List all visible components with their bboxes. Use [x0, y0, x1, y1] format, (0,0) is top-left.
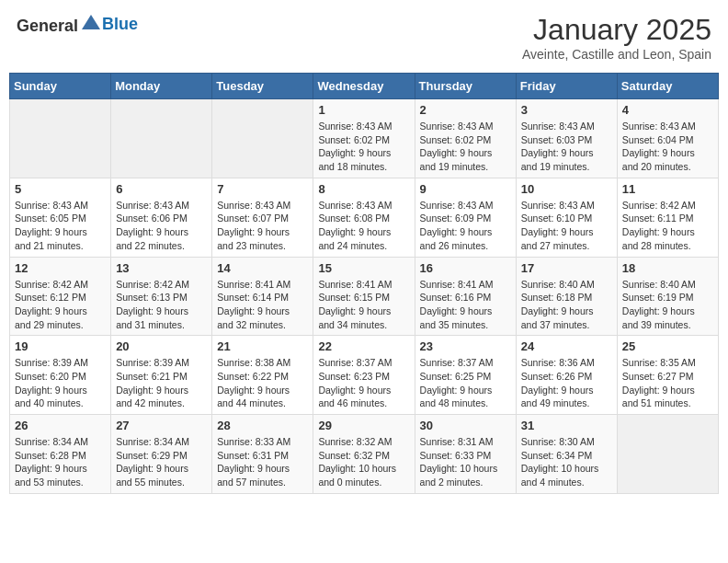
calendar-cell: 9Sunrise: 8:43 AM Sunset: 6:09 PM Daylig…	[415, 178, 516, 257]
logo: General Blue	[17, 13, 138, 36]
day-number: 27	[116, 419, 207, 432]
calendar-cell: 3Sunrise: 8:43 AM Sunset: 6:03 PM Daylig…	[516, 99, 617, 178]
day-info: Sunrise: 8:30 AM Sunset: 6:34 PM Dayligh…	[521, 435, 612, 489]
calendar-cell	[10, 99, 111, 178]
day-info: Sunrise: 8:43 AM Sunset: 6:02 PM Dayligh…	[318, 120, 409, 174]
day-number: 25	[622, 339, 713, 353]
day-of-week-header: Tuesday	[212, 74, 313, 99]
day-info: Sunrise: 8:43 AM Sunset: 6:04 PM Dayligh…	[622, 120, 713, 174]
day-info: Sunrise: 8:43 AM Sunset: 6:07 PM Dayligh…	[217, 199, 308, 253]
day-number: 3	[521, 103, 612, 117]
day-number: 11	[622, 182, 713, 196]
calendar-cell: 31Sunrise: 8:30 AM Sunset: 6:34 PM Dayli…	[516, 415, 617, 494]
day-info: Sunrise: 8:40 AM Sunset: 6:18 PM Dayligh…	[521, 278, 612, 332]
day-info: Sunrise: 8:37 AM Sunset: 6:25 PM Dayligh…	[420, 356, 511, 410]
day-info: Sunrise: 8:39 AM Sunset: 6:21 PM Dayligh…	[116, 356, 207, 410]
day-number: 8	[318, 182, 409, 196]
calendar-cell: 6Sunrise: 8:43 AM Sunset: 6:06 PM Daylig…	[111, 178, 212, 257]
day-info: Sunrise: 8:42 AM Sunset: 6:12 PM Dayligh…	[15, 278, 106, 332]
day-number: 9	[420, 182, 511, 196]
day-info: Sunrise: 8:40 AM Sunset: 6:19 PM Dayligh…	[622, 278, 713, 332]
calendar-cell	[111, 99, 212, 178]
calendar-cell: 12Sunrise: 8:42 AM Sunset: 6:12 PM Dayli…	[10, 257, 111, 336]
calendar-cell: 20Sunrise: 8:39 AM Sunset: 6:21 PM Dayli…	[111, 336, 212, 415]
calendar-cell: 5Sunrise: 8:43 AM Sunset: 6:05 PM Daylig…	[10, 178, 111, 257]
day-number: 10	[521, 182, 612, 196]
day-number: 7	[217, 182, 308, 196]
calendar-cell: 21Sunrise: 8:38 AM Sunset: 6:22 PM Dayli…	[212, 336, 313, 415]
day-number: 15	[318, 261, 409, 275]
day-number: 20	[116, 339, 207, 353]
calendar-cell: 30Sunrise: 8:31 AM Sunset: 6:33 PM Dayli…	[415, 415, 516, 494]
calendar-cell: 7Sunrise: 8:43 AM Sunset: 6:07 PM Daylig…	[212, 178, 313, 257]
day-info: Sunrise: 8:35 AM Sunset: 6:27 PM Dayligh…	[622, 356, 713, 410]
day-info: Sunrise: 8:31 AM Sunset: 6:33 PM Dayligh…	[420, 435, 511, 489]
day-info: Sunrise: 8:32 AM Sunset: 6:32 PM Dayligh…	[318, 435, 409, 489]
calendar-header-row: SundayMondayTuesdayWednesdayThursdayFrid…	[10, 74, 719, 99]
calendar-cell: 27Sunrise: 8:34 AM Sunset: 6:29 PM Dayli…	[111, 415, 212, 494]
day-number: 31	[521, 419, 612, 432]
calendar-cell: 2Sunrise: 8:43 AM Sunset: 6:02 PM Daylig…	[415, 99, 516, 178]
calendar-week-row: 19Sunrise: 8:39 AM Sunset: 6:20 PM Dayli…	[10, 336, 719, 415]
calendar-cell: 13Sunrise: 8:42 AM Sunset: 6:13 PM Dayli…	[111, 257, 212, 336]
day-info: Sunrise: 8:33 AM Sunset: 6:31 PM Dayligh…	[217, 435, 308, 489]
calendar-week-row: 5Sunrise: 8:43 AM Sunset: 6:05 PM Daylig…	[10, 178, 719, 257]
logo-icon	[80, 13, 102, 31]
day-info: Sunrise: 8:38 AM Sunset: 6:22 PM Dayligh…	[217, 356, 308, 410]
calendar-table: SundayMondayTuesdayWednesdayThursdayFrid…	[9, 73, 719, 494]
day-info: Sunrise: 8:34 AM Sunset: 6:28 PM Dayligh…	[15, 435, 106, 489]
logo-text-general: General	[17, 17, 78, 35]
calendar-cell: 19Sunrise: 8:39 AM Sunset: 6:20 PM Dayli…	[10, 336, 111, 415]
calendar-cell: 4Sunrise: 8:43 AM Sunset: 6:04 PM Daylig…	[617, 99, 718, 178]
logo-text-blue: Blue	[102, 15, 138, 33]
calendar-cell: 25Sunrise: 8:35 AM Sunset: 6:27 PM Dayli…	[617, 336, 718, 415]
day-of-week-header: Friday	[516, 74, 617, 99]
day-info: Sunrise: 8:43 AM Sunset: 6:03 PM Dayligh…	[521, 120, 612, 174]
day-info: Sunrise: 8:42 AM Sunset: 6:13 PM Dayligh…	[116, 278, 207, 332]
day-number: 5	[15, 182, 106, 196]
day-number: 2	[420, 103, 511, 117]
calendar-cell: 10Sunrise: 8:43 AM Sunset: 6:10 PM Dayli…	[516, 178, 617, 257]
calendar-week-row: 12Sunrise: 8:42 AM Sunset: 6:12 PM Dayli…	[10, 257, 719, 336]
day-number: 18	[622, 261, 713, 275]
month-year-title: January 2025	[522, 13, 711, 47]
calendar-cell: 11Sunrise: 8:42 AM Sunset: 6:11 PM Dayli…	[617, 178, 718, 257]
calendar-cell: 1Sunrise: 8:43 AM Sunset: 6:02 PM Daylig…	[313, 99, 415, 178]
day-info: Sunrise: 8:41 AM Sunset: 6:15 PM Dayligh…	[318, 278, 409, 332]
calendar-cell	[617, 415, 718, 494]
day-number: 24	[521, 339, 612, 353]
day-info: Sunrise: 8:43 AM Sunset: 6:10 PM Dayligh…	[521, 199, 612, 253]
day-number: 29	[318, 419, 409, 432]
calendar-cell: 22Sunrise: 8:37 AM Sunset: 6:23 PM Dayli…	[313, 336, 415, 415]
calendar-cell	[212, 99, 313, 178]
day-of-week-header: Saturday	[617, 74, 718, 99]
day-info: Sunrise: 8:43 AM Sunset: 6:06 PM Dayligh…	[116, 199, 207, 253]
calendar-cell: 14Sunrise: 8:41 AM Sunset: 6:14 PM Dayli…	[212, 257, 313, 336]
day-info: Sunrise: 8:43 AM Sunset: 6:09 PM Dayligh…	[420, 199, 511, 253]
day-number: 16	[420, 261, 511, 275]
calendar-cell: 28Sunrise: 8:33 AM Sunset: 6:31 PM Dayli…	[212, 415, 313, 494]
day-number: 26	[15, 419, 106, 432]
calendar-cell: 15Sunrise: 8:41 AM Sunset: 6:15 PM Dayli…	[313, 257, 415, 336]
day-number: 30	[420, 419, 511, 432]
calendar-cell: 8Sunrise: 8:43 AM Sunset: 6:08 PM Daylig…	[313, 178, 415, 257]
day-info: Sunrise: 8:34 AM Sunset: 6:29 PM Dayligh…	[116, 435, 207, 489]
location-subtitle: Aveinte, Castille and Leon, Spain	[522, 47, 711, 62]
page-header: General Blue January 2025 Aveinte, Casti…	[9, 9, 719, 65]
day-info: Sunrise: 8:41 AM Sunset: 6:16 PM Dayligh…	[420, 278, 511, 332]
calendar-cell: 26Sunrise: 8:34 AM Sunset: 6:28 PM Dayli…	[10, 415, 111, 494]
day-info: Sunrise: 8:42 AM Sunset: 6:11 PM Dayligh…	[622, 199, 713, 253]
day-of-week-header: Monday	[111, 74, 212, 99]
day-number: 23	[420, 339, 511, 353]
day-number: 12	[15, 261, 106, 275]
svg-marker-0	[82, 15, 100, 29]
calendar-cell: 18Sunrise: 8:40 AM Sunset: 6:19 PM Dayli…	[617, 257, 718, 336]
day-info: Sunrise: 8:43 AM Sunset: 6:02 PM Dayligh…	[420, 120, 511, 174]
calendar-week-row: 1Sunrise: 8:43 AM Sunset: 6:02 PM Daylig…	[10, 99, 719, 178]
day-number: 22	[318, 339, 409, 353]
calendar-cell: 29Sunrise: 8:32 AM Sunset: 6:32 PM Dayli…	[313, 415, 415, 494]
calendar-cell: 24Sunrise: 8:36 AM Sunset: 6:26 PM Dayli…	[516, 336, 617, 415]
day-number: 17	[521, 261, 612, 275]
calendar-week-row: 26Sunrise: 8:34 AM Sunset: 6:28 PM Dayli…	[10, 415, 719, 494]
day-info: Sunrise: 8:43 AM Sunset: 6:08 PM Dayligh…	[318, 199, 409, 253]
